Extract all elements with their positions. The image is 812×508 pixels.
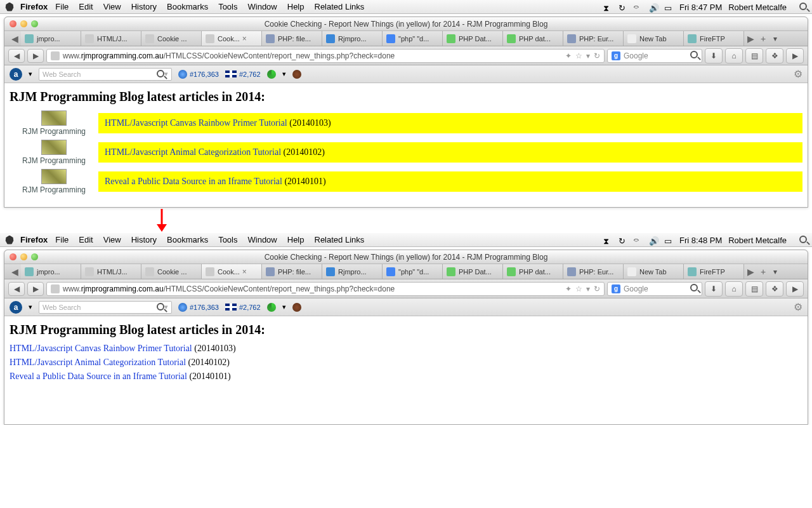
search-icon[interactable]	[157, 70, 164, 79]
tab-scroll-right[interactable]: ▶	[744, 31, 757, 46]
logo-cell[interactable]: RJM Programming	[10, 110, 98, 136]
tab-item[interactable]: PHP Dat...	[443, 31, 503, 46]
menu-window[interactable]: Window	[248, 2, 277, 11]
search-box[interactable]: g Google	[607, 49, 702, 63]
menu-file[interactable]: File	[55, 235, 69, 244]
bookmark-star-icon[interactable]: ☆	[575, 284, 582, 293]
menu-tools[interactable]: Tools	[218, 2, 237, 11]
apple-icon[interactable]	[5, 3, 14, 11]
article-link[interactable]: HTML/Javascript Animal Categorization Tu…	[105, 147, 281, 157]
gear-icon[interactable]: ⚙	[794, 301, 802, 313]
tab-item[interactable]: Cookie ...	[141, 264, 202, 279]
downloads-button[interactable]: ⬇	[705, 281, 723, 297]
gear-icon[interactable]: ⚙	[794, 68, 802, 80]
spotlight-icon[interactable]	[793, 236, 807, 245]
user-name[interactable]: Robert Metcalfe	[728, 236, 787, 245]
tab-item[interactable]: Rjmpro...	[322, 264, 383, 279]
apple-icon[interactable]	[5, 236, 14, 244]
forward-button[interactable]: ▶	[27, 282, 44, 296]
logo-cell[interactable]: RJM Programming	[10, 169, 98, 194]
forward-button[interactable]: ▶	[27, 49, 44, 63]
addon-button[interactable]: ❖	[766, 48, 783, 64]
menu-file[interactable]: File	[55, 2, 69, 11]
address-bar[interactable]: www.rjmprogramming.com.au/HTMLCSS/Cookie…	[46, 282, 605, 296]
search-submit-icon[interactable]	[690, 284, 698, 293]
menu-edit[interactable]: Edit	[79, 2, 93, 11]
tab-scroll-left[interactable]: ◀	[8, 31, 21, 46]
menu-bookmarks[interactable]: Bookmarks	[167, 2, 208, 11]
status-icon[interactable]	[267, 70, 276, 79]
menu-edit[interactable]: Edit	[79, 235, 93, 244]
menu-history[interactable]: History	[131, 235, 157, 244]
search-box[interactable]: g Google	[607, 282, 702, 296]
article-link[interactable]: HTML/Javascript Canvas Rainbow Primer Tu…	[10, 344, 192, 353]
downloads-button[interactable]: ⬇	[705, 48, 723, 64]
reload-icon[interactable]: ↻	[594, 51, 600, 60]
home-button[interactable]: ⌂	[725, 48, 743, 64]
local-rank[interactable]: #2,762	[225, 70, 261, 78]
status-icon[interactable]	[267, 303, 276, 312]
bookmark-star-icon[interactable]: ☆	[575, 51, 582, 60]
article-link[interactable]: HTML/Javascript Animal Categorization Tu…	[10, 358, 186, 367]
sync-icon[interactable]: ↻	[619, 236, 627, 244]
menu-related-links[interactable]: Related Links	[315, 235, 365, 244]
tab-item[interactable]: Rjmpro...	[322, 31, 383, 46]
feed-icon[interactable]: ✦	[565, 284, 572, 293]
bookmarks-menu-button[interactable]: ▤	[745, 281, 763, 297]
tab-item[interactable]: "php" "d...	[383, 264, 443, 279]
menu-bookmarks[interactable]: Bookmarks	[167, 235, 208, 244]
bluetooth-icon[interactable]: ⧗	[603, 3, 612, 11]
menu-window[interactable]: Window	[248, 235, 277, 244]
close-tab-icon[interactable]: ×	[242, 34, 247, 43]
tab-item[interactable]: New Tab	[624, 31, 684, 46]
tab-item[interactable]: PHP: file...	[262, 264, 322, 279]
search-submit-icon[interactable]	[690, 51, 698, 60]
alexa-dropdown-icon[interactable]: ▾	[29, 70, 32, 78]
tab-item[interactable]: "php" "d...	[383, 31, 443, 46]
clock[interactable]: Fri 8:47 PM	[679, 3, 722, 12]
menu-tools[interactable]: Tools	[218, 235, 237, 244]
clock[interactable]: Fri 8:48 PM	[679, 236, 722, 245]
tab-scroll-left[interactable]: ◀	[8, 264, 21, 279]
global-rank[interactable]: #176,363	[178, 70, 219, 79]
dropdown-icon[interactable]: ▾	[586, 284, 590, 293]
back-button[interactable]: ◀	[8, 282, 25, 296]
article-link[interactable]: Reveal a Public Data Source in an Iframe…	[105, 177, 282, 186]
tab-item[interactable]: New Tab	[624, 264, 684, 279]
article-link[interactable]: Reveal a Public Data Source in an Iframe…	[10, 371, 187, 381]
tab-item[interactable]: PHP: Eur...	[563, 264, 624, 279]
dropdown-icon[interactable]: ▾	[586, 51, 590, 60]
wayback-icon[interactable]	[292, 303, 301, 312]
volume-icon[interactable]: 🔊	[649, 236, 658, 244]
spotlight-icon[interactable]	[793, 3, 807, 12]
link-dropdown-icon[interactable]: ▾	[282, 303, 286, 311]
alexa-dropdown-icon[interactable]: ▾	[29, 303, 32, 311]
bluetooth-icon[interactable]: ⧗	[603, 236, 612, 244]
fireftp-button[interactable]: ▶	[786, 281, 804, 297]
new-tab-button[interactable]: +	[757, 31, 769, 46]
tab-item-active[interactable]: Cook...×	[202, 264, 262, 279]
menu-view[interactable]: View	[103, 235, 121, 244]
tab-item[interactable]: PHP: file...	[262, 31, 322, 46]
battery-icon[interactable]: ▭	[664, 3, 673, 11]
menu-help[interactable]: Help	[287, 2, 304, 11]
site-identity-icon[interactable]	[51, 284, 60, 293]
tab-item[interactable]: jmpro...	[21, 31, 81, 46]
battery-icon[interactable]: ▭	[664, 236, 673, 244]
app-name[interactable]: Firefox	[20, 235, 48, 244]
home-button[interactable]: ⌂	[725, 281, 743, 297]
tab-item[interactable]: PHP dat...	[503, 264, 563, 279]
search-icon[interactable]	[157, 303, 164, 312]
tab-list-dropdown[interactable]: ▾	[769, 264, 781, 279]
wayback-icon[interactable]	[292, 70, 301, 79]
local-rank[interactable]: #2,762	[225, 304, 261, 311]
user-name[interactable]: Robert Metcalfe	[728, 3, 787, 12]
wifi-icon[interactable]: ⌔	[634, 236, 643, 244]
tab-item[interactable]: HTML/J...	[81, 264, 141, 279]
alexa-search-input[interactable]: Web Search ▾	[39, 68, 172, 81]
addon-button[interactable]: ❖	[766, 281, 783, 297]
menu-history[interactable]: History	[131, 2, 157, 11]
tab-item-active[interactable]: Cook...×	[202, 31, 262, 46]
global-rank[interactable]: #176,363	[178, 303, 219, 312]
back-button[interactable]: ◀	[8, 49, 25, 63]
